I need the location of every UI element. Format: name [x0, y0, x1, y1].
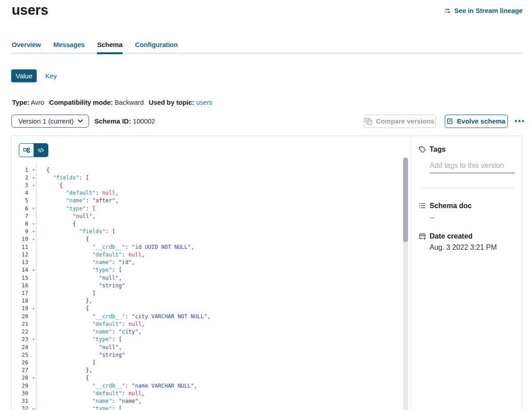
code-text: "string" [47, 282, 125, 290]
tag-icon [419, 146, 426, 153]
line-number: 29 [12, 382, 28, 390]
more-options-button[interactable] [515, 118, 524, 124]
code-text: { [47, 220, 76, 228]
line-number: 20 [12, 313, 28, 320]
compare-versions-button[interactable]: Compare versions [364, 115, 436, 128]
fold-toggle-icon[interactable] [32, 408, 35, 410]
code-text: "name": "id", [47, 259, 135, 266]
line-number: 23 [12, 336, 28, 343]
schema-sidebar: Tags Schema doc -- [419, 136, 515, 410]
code-scrollbar-thumb[interactable] [403, 158, 408, 242]
line-number: 17 [12, 290, 28, 297]
schema-doc-title: Schema doc [430, 202, 472, 210]
line-number: 19 [12, 305, 28, 312]
fold-toggle-icon[interactable] [32, 177, 35, 179]
fold-toggle-icon[interactable] [32, 239, 35, 240]
schema-meta: Type: AvroCompatibility mode: BackwardUs… [12, 98, 212, 106]
code-text: }, [47, 297, 93, 305]
line-number: 8 [12, 220, 28, 228]
fold-toggle-icon[interactable] [32, 231, 35, 233]
meta-item: Type: Avro [12, 98, 44, 106]
code-text: "default": null, [47, 320, 145, 328]
code-text: "string" [47, 351, 125, 359]
fold-toggle-icon[interactable] [32, 339, 35, 341]
code-text: }, [47, 367, 93, 374]
code-text: { [47, 182, 63, 189]
line-number: 1 [12, 167, 28, 174]
fold-toggle-icon[interactable] [32, 308, 35, 310]
line-number: 27 [12, 367, 28, 374]
code-text: "name": "after", [47, 197, 119, 205]
tags-input[interactable] [430, 158, 515, 173]
code-text: "__crdb__": "name VARCHAR NULL", [47, 382, 198, 390]
fold-toggle-icon[interactable] [32, 377, 35, 379]
code-text: "__crdb__": "city VARCHAR NOT NULL", [47, 313, 211, 320]
stream-lineage-label: See in Stream lineage [454, 7, 523, 14]
code-text: { [47, 374, 89, 382]
code-text: { [47, 235, 89, 243]
code-text: "fields": [ [47, 174, 89, 182]
schema-id-label: Schema ID: [94, 117, 131, 125]
code-text: "fields": [ [47, 228, 115, 235]
line-number: 31 [12, 397, 28, 405]
stream-lineage-link[interactable]: See in Stream lineage [444, 7, 523, 14]
date-created-value: Aug. 3 2022 3:21 PM [430, 243, 497, 252]
line-number: 21 [12, 320, 28, 328]
line-number: 13 [12, 259, 28, 266]
compare-versions-label: Compare versions [376, 117, 434, 125]
line-number: 30 [12, 390, 28, 397]
topic-link[interactable]: users [194, 98, 212, 106]
line-number: 15 [12, 274, 28, 282]
code-text: "type": [ [47, 336, 122, 343]
tree-view-icon [23, 147, 30, 154]
sidebar-divider [418, 188, 515, 188]
page-title: users [12, 2, 48, 18]
tab-value[interactable]: Value [11, 69, 37, 82]
tags-title: Tags [430, 145, 446, 154]
version-select[interactable]: Version 1 (current) [11, 115, 89, 128]
fold-toggle-icon[interactable] [32, 185, 35, 187]
tab-track [11, 52, 523, 54]
line-number: 5 [12, 197, 28, 205]
code-text: "default": null, [47, 189, 119, 197]
line-number: 26 [12, 359, 28, 367]
tab-messages[interactable]: Messages [53, 41, 85, 48]
code-text: "null", [47, 274, 122, 282]
calendar-plus-icon [419, 233, 426, 240]
line-number: 3 [12, 182, 28, 189]
tab-overview[interactable]: Overview [12, 41, 41, 48]
list-icon [419, 202, 426, 209]
code-text: "default": null, [47, 390, 145, 397]
line-number: 12 [12, 251, 28, 259]
line-number: 22 [12, 328, 28, 336]
chevron-down-icon [78, 120, 83, 123]
code-text: { [47, 305, 89, 312]
panel-divider [411, 136, 411, 410]
tab-schema[interactable]: Schema [97, 41, 122, 48]
line-number: 11 [12, 243, 28, 251]
fold-toggle-icon[interactable] [32, 169, 35, 171]
fold-toggle-icon[interactable] [32, 269, 35, 271]
line-number: 28 [12, 374, 28, 382]
schema-panel: 1{2 "fields": [3 {4 "default": null,5 "n… [11, 136, 523, 410]
tree-view-button[interactable] [19, 144, 34, 157]
evolve-schema-icon [447, 118, 453, 124]
view-mode-toggle [19, 143, 48, 157]
code-view-button[interactable] [34, 144, 48, 157]
line-number: 14 [12, 266, 28, 274]
fold-toggle-icon[interactable] [32, 208, 35, 209]
evolve-schema-button[interactable]: Evolve schema [445, 115, 508, 128]
code-text: "__crdb__": "id UUID NOT NULL", [47, 243, 194, 251]
code-text: "type": [ [47, 205, 96, 213]
schema-doc-value: -- [430, 214, 434, 222]
line-number: 10 [12, 235, 28, 243]
tab-configuration[interactable]: Configuration [135, 41, 178, 48]
tab-key[interactable]: Key [45, 72, 57, 80]
code-text: { [47, 167, 50, 174]
code-text: "name": "name", [47, 397, 142, 405]
code-text: "null", [47, 344, 122, 351]
schema-id-value: 100002 [133, 117, 155, 125]
fold-toggle-icon[interactable] [32, 223, 35, 225]
meta-item: Compatibility mode: Backward [49, 98, 144, 106]
line-number: 24 [12, 344, 28, 351]
